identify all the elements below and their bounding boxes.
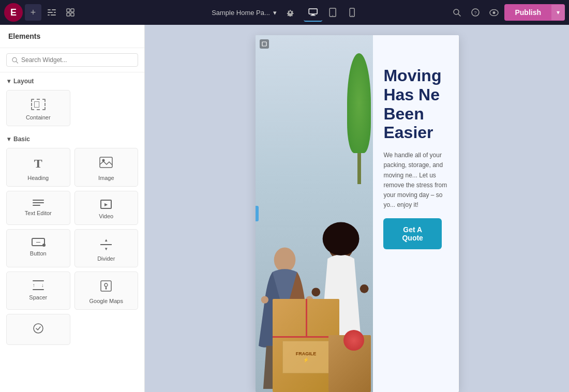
get-a-quote-button[interactable]: Get A Quote <box>383 218 442 249</box>
text-editor-label: Text Editor <box>25 210 52 216</box>
video-label: Video <box>99 213 113 219</box>
topbar: E + Sample Home Pa... <box>0 0 569 25</box>
svg-rect-8 <box>67 13 70 16</box>
heading-widget[interactable]: T Heading <box>6 148 70 187</box>
svg-rect-1 <box>52 9 56 10</box>
svg-point-14 <box>332 15 333 16</box>
main-layout: Elements ▾ Layout Container <box>0 25 569 392</box>
finder-icon <box>48 9 56 16</box>
hero-heading: Moving Has Ne Been Easier <box>383 66 448 142</box>
svg-point-35 <box>360 284 368 293</box>
hero-image-side: FRAGILE⚡ <box>256 35 373 392</box>
tablet-icon <box>329 8 336 17</box>
mobile-icon <box>349 8 355 17</box>
topbar-center: Sample Home Pa... ▾ <box>207 3 362 22</box>
text-editor-widget[interactable]: Text Editor <box>6 191 70 225</box>
svg-rect-3 <box>54 12 56 13</box>
page-canvas: FRAGILE⚡ <box>256 35 459 392</box>
sidebar: Elements ▾ Layout Container <box>0 25 145 392</box>
heading-icon: T <box>34 157 42 171</box>
layout-arrow: ▾ <box>7 78 10 85</box>
mobile-device-button[interactable] <box>343 3 362 22</box>
svg-rect-7 <box>71 9 74 12</box>
device-switcher <box>304 3 362 22</box>
button-label: Button <box>30 250 47 257</box>
hero-section: FRAGILE⚡ <box>256 35 459 392</box>
extra-widget[interactable] <box>6 314 70 345</box>
add-element-button[interactable]: + <box>25 4 41 21</box>
preview-icon <box>489 9 499 16</box>
svg-rect-10 <box>309 9 317 14</box>
svg-point-16 <box>352 15 353 16</box>
settings-button[interactable] <box>282 4 298 21</box>
finder-button[interactable] <box>43 4 60 21</box>
preview-button[interactable] <box>486 4 502 21</box>
help-icon: ? <box>471 8 480 17</box>
button-icon <box>32 238 45 246</box>
elementor-logo[interactable]: E <box>4 3 23 22</box>
svg-rect-11 <box>311 14 315 16</box>
svg-point-36 <box>322 222 359 255</box>
sidebar-content: ▾ Layout Container ▾ Basic T <box>0 72 144 392</box>
help-button[interactable]: ? <box>467 4 484 21</box>
image-widget[interactable]: Image <box>74 148 139 187</box>
search-button[interactable] <box>448 4 465 21</box>
sidebar-title: Elements <box>0 25 144 48</box>
tablet-device-button[interactable] <box>323 3 342 22</box>
button-widget[interactable]: Button <box>6 229 70 267</box>
google-maps-widget[interactable]: Google Maps <box>74 272 139 310</box>
basic-widgets-grid: T Heading Image <box>0 146 144 349</box>
resize-handle[interactable] <box>256 206 259 221</box>
structure-icon <box>66 8 74 17</box>
svg-point-30 <box>274 248 295 273</box>
search-icon <box>12 57 18 64</box>
structure-button[interactable] <box>62 4 79 21</box>
desktop-device-button[interactable] <box>304 3 322 22</box>
svg-rect-2 <box>48 12 53 13</box>
google-maps-label: Google Maps <box>89 298 123 304</box>
search-bar <box>0 48 144 72</box>
publish-button-group: Publish ▾ <box>504 4 565 21</box>
svg-text:?: ? <box>474 10 477 16</box>
divider-label: Divider <box>97 255 115 262</box>
publish-button[interactable]: Publish <box>504 4 551 21</box>
topbar-left: E + <box>4 3 79 22</box>
heading-label: Heading <box>27 175 49 181</box>
topbar-right: ? Publish ▾ <box>448 4 565 21</box>
container-label: Container <box>26 114 51 120</box>
search-input[interactable] <box>21 56 132 64</box>
spacer-widget[interactable]: ↑↓ Spacer <box>6 272 70 310</box>
container-widget[interactable]: Container <box>6 90 70 126</box>
layout-section-toggle[interactable]: ▾ Layout <box>0 72 144 88</box>
svg-rect-0 <box>48 9 51 10</box>
svg-point-34 <box>311 288 320 296</box>
basic-section-toggle[interactable]: ▾ Basic <box>0 130 144 146</box>
svg-line-18 <box>458 14 460 16</box>
topbar-search-icon <box>453 8 461 17</box>
publish-dropdown-button[interactable]: ▾ <box>551 5 565 20</box>
image-label: Image <box>98 175 114 181</box>
container-icon <box>31 99 46 110</box>
hero-body-text: We handle all of your packing, storage, … <box>383 150 448 210</box>
canvas-area: FRAGILE⚡ <box>145 25 569 392</box>
tape-roll <box>343 330 364 351</box>
divider-widget[interactable]: ▲ ▼ Divider <box>74 229 139 267</box>
page-name-button[interactable]: Sample Home Pa... ▾ <box>207 7 281 19</box>
extra-widget-icon <box>33 323 44 336</box>
add-icon: + <box>31 7 36 18</box>
svg-rect-5 <box>51 14 56 16</box>
svg-rect-9 <box>71 13 74 16</box>
image-icon <box>99 157 113 171</box>
page-name-chevron: ▾ <box>273 9 277 17</box>
svg-point-29 <box>34 324 43 333</box>
svg-rect-4 <box>48 14 50 16</box>
search-input-wrap <box>6 53 138 67</box>
svg-rect-6 <box>67 9 70 12</box>
video-widget[interactable]: Video <box>74 191 139 225</box>
basic-section-label: Basic <box>13 135 30 143</box>
svg-point-31 <box>261 296 268 303</box>
section-indicator[interactable] <box>260 39 269 49</box>
layout-section-label: Layout <box>13 78 34 85</box>
desktop-icon <box>308 8 318 16</box>
svg-rect-37 <box>262 42 266 46</box>
